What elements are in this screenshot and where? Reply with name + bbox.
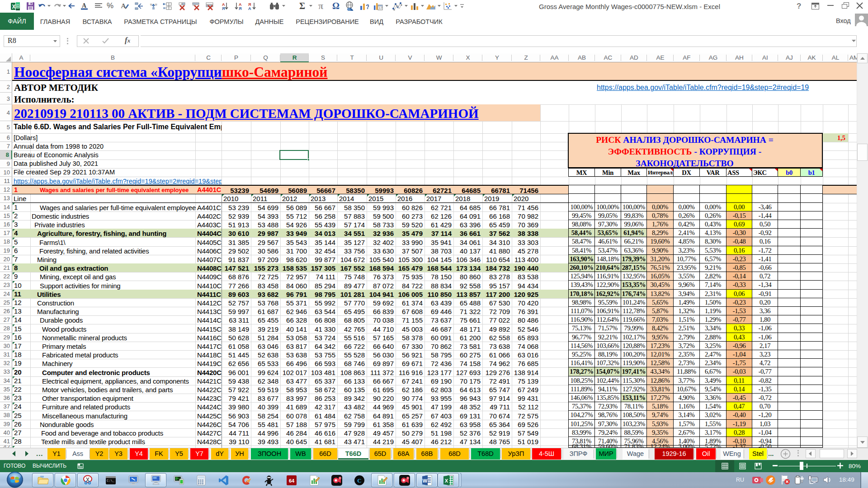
svg-text:u: u	[150, 2, 152, 6]
svg-text:17: 17	[379, 6, 382, 9]
svg-text:C:\_: C:\_	[107, 479, 115, 483]
svg-text:u: u	[155, 2, 157, 6]
svg-text:?: ?	[366, 3, 369, 10]
svg-text:W: W	[423, 478, 428, 483]
svg-text:64: 64	[289, 478, 295, 483]
svg-text:X: X	[445, 478, 448, 483]
svg-text:X: X	[12, 4, 15, 10]
svg-text:А: А	[248, 6, 251, 10]
svg-text:A: A	[82, 2, 87, 9]
svg-text:C: C	[357, 477, 361, 484]
svg-text:Я: Я	[239, 6, 241, 10]
svg-text:A: A	[121, 2, 126, 9]
svg-text:Я: Я	[222, 6, 225, 10]
